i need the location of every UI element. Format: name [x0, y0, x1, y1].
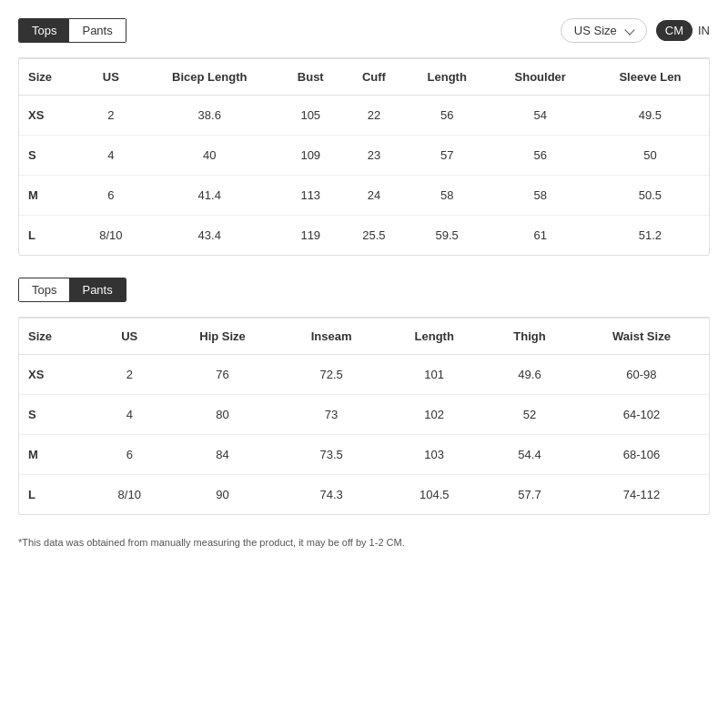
tops-cell-1-6: 56 [490, 136, 592, 176]
tops-tab-group[interactable]: Tops Pants [18, 18, 126, 43]
unit-separator: IN [698, 24, 710, 37]
pants-cell-3-6: 74-112 [574, 475, 709, 515]
cm-unit-button[interactable]: CM [656, 20, 693, 41]
tops-cell-1-0: S [19, 136, 81, 176]
tops-tab-tops[interactable]: Tops [19, 19, 69, 42]
tops-cell-1-7: 50 [592, 136, 709, 176]
pants-col-us: US [93, 318, 166, 355]
tops-cell-2-0: M [19, 176, 81, 216]
tops-cell-2-1: 6 [81, 176, 142, 216]
footnote: *This data was obtained from manually me… [18, 537, 710, 548]
pants-section: Tops Pants Size US Hip Size Inseam Lengt… [18, 278, 710, 515]
pants-cell-1-2: 80 [166, 395, 279, 435]
tops-cell-3-1: 8/10 [81, 216, 142, 256]
pants-tab-pants[interactable]: Pants [69, 278, 125, 301]
tops-top-bar: Tops Pants US Size CM IN [18, 18, 710, 43]
pants-cell-3-5: 57.7 [485, 475, 574, 515]
pants-cell-3-4: 104.5 [383, 475, 485, 515]
tops-cell-1-2: 40 [141, 136, 278, 176]
pants-col-thigh: Thigh [485, 318, 574, 355]
us-size-label: US Size [574, 24, 617, 37]
tops-table: Size US Bicep Length Bust Cuff Length Sh… [19, 58, 709, 255]
pants-cell-1-1: 4 [93, 395, 166, 435]
pants-table: Size US Hip Size Inseam Length Thigh Wai… [19, 318, 709, 514]
pants-col-waist-size: Waist Size [574, 318, 709, 355]
tops-controls-right: US Size CM IN [561, 18, 710, 43]
tops-table-row: S44010923575650 [19, 136, 709, 176]
tops-cell-3-7: 51.2 [592, 216, 709, 256]
tops-cell-0-6: 54 [490, 96, 592, 136]
pants-col-size: Size [19, 318, 93, 355]
pants-cell-0-3: 72.5 [279, 355, 383, 395]
pants-table-row: L8/109074.3104.557.774-112 [19, 475, 709, 515]
pants-cell-3-0: L [19, 475, 93, 515]
pants-col-hip-size: Hip Size [166, 318, 279, 355]
tops-cell-0-0: XS [19, 96, 81, 136]
tops-table-header-row: Size US Bicep Length Bust Cuff Length Sh… [19, 59, 709, 96]
pants-col-inseam: Inseam [279, 318, 383, 355]
tops-col-cuff: Cuff [343, 59, 405, 96]
tops-cell-0-5: 56 [405, 96, 490, 136]
tops-cell-0-7: 49.5 [592, 96, 709, 136]
tops-col-shoulder: Shoulder [490, 59, 592, 96]
pants-cell-0-5: 49.6 [485, 355, 574, 395]
tops-table-row: M641.411324585850.5 [19, 176, 709, 216]
pants-table-row: S480731025264-102 [19, 395, 709, 435]
tops-cell-3-5: 59.5 [405, 216, 490, 256]
tops-cell-1-1: 4 [81, 136, 142, 176]
pants-cell-2-5: 54.4 [485, 435, 574, 475]
pants-table-wrapper: Size US Hip Size Inseam Length Thigh Wai… [18, 317, 710, 515]
pants-cell-1-6: 64-102 [574, 395, 709, 435]
tops-cell-2-2: 41.4 [141, 176, 278, 216]
tops-col-length: Length [405, 59, 490, 96]
pants-cell-3-3: 74.3 [279, 475, 383, 515]
tops-tab-pants[interactable]: Pants [69, 19, 125, 42]
pants-cell-2-1: 6 [93, 435, 166, 475]
tops-cell-2-5: 58 [405, 176, 490, 216]
tops-cell-2-3: 113 [278, 176, 343, 216]
tops-cell-3-0: L [19, 216, 81, 256]
pants-tab-tops[interactable]: Tops [19, 278, 69, 301]
tops-cell-3-2: 43.4 [141, 216, 278, 256]
pants-cell-1-0: S [19, 395, 93, 435]
tops-cell-3-6: 61 [490, 216, 592, 256]
tops-cell-2-4: 24 [343, 176, 405, 216]
pants-cell-2-2: 84 [166, 435, 279, 475]
tops-cell-3-4: 25.5 [343, 216, 405, 256]
pants-cell-2-3: 73.5 [279, 435, 383, 475]
pants-cell-3-2: 90 [166, 475, 279, 515]
tops-cell-2-7: 50.5 [592, 176, 709, 216]
pants-cell-1-4: 102 [383, 395, 485, 435]
us-size-dropdown[interactable]: US Size [561, 18, 647, 43]
pants-cell-2-6: 68-106 [574, 435, 709, 475]
tops-cell-2-6: 58 [490, 176, 592, 216]
tops-cell-0-1: 2 [81, 96, 142, 136]
pants-cell-1-5: 52 [485, 395, 574, 435]
pants-cell-2-4: 103 [383, 435, 485, 475]
tops-cell-1-3: 109 [278, 136, 343, 176]
pants-table-row: M68473.510354.468-106 [19, 435, 709, 475]
tops-table-row: L8/1043.411925.559.56151.2 [19, 216, 709, 256]
chevron-down-icon [624, 25, 634, 35]
tops-cell-0-4: 22 [343, 96, 405, 136]
tops-cell-3-3: 119 [278, 216, 343, 256]
pants-cell-0-4: 101 [383, 355, 485, 395]
tops-col-us: US [81, 59, 142, 96]
pants-section-header: Tops Pants [18, 278, 710, 302]
tops-col-bicep-length: Bicep Length [141, 59, 278, 96]
pants-cell-0-0: XS [19, 355, 93, 395]
pants-cell-0-1: 2 [93, 355, 166, 395]
pants-col-length: Length [383, 318, 485, 355]
pants-cell-3-1: 8/10 [93, 475, 166, 515]
tops-cell-0-3: 105 [278, 96, 343, 136]
tops-col-sleeve-len: Sleeve Len [592, 59, 709, 96]
pants-tab-group[interactable]: Tops Pants [18, 278, 126, 302]
tops-section: Tops Pants US Size CM IN Size US Bicep L… [18, 18, 710, 256]
unit-toggle: CM IN [656, 20, 710, 41]
pants-cell-0-2: 76 [166, 355, 279, 395]
pants-table-header-row: Size US Hip Size Inseam Length Thigh Wai… [19, 318, 709, 355]
tops-cell-0-2: 38.6 [141, 96, 278, 136]
tops-cell-1-5: 57 [405, 136, 490, 176]
tops-table-row: XS238.610522565449.5 [19, 96, 709, 136]
tops-table-wrapper: Size US Bicep Length Bust Cuff Length Sh… [18, 57, 710, 256]
